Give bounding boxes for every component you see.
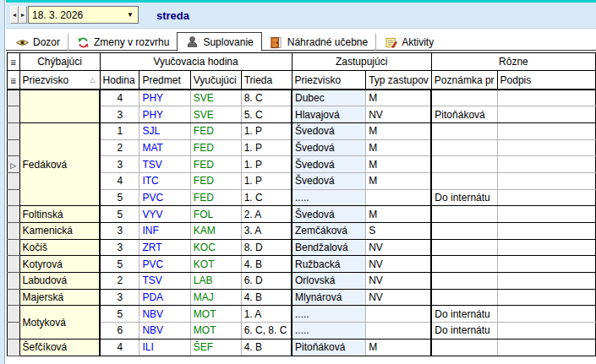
cell-podpis[interactable] xyxy=(497,223,595,240)
cell-predmet[interactable]: SJL xyxy=(139,122,190,139)
cell-zastupujuci[interactable]: Hlavajová xyxy=(292,106,366,123)
cell-hodina[interactable]: 5 xyxy=(100,206,139,223)
cell-podpis[interactable] xyxy=(497,106,595,123)
cell-typ-zastupovania[interactable]: M xyxy=(366,122,432,139)
cell-vyucujuci[interactable]: KOT xyxy=(190,256,241,273)
cell-typ-zastupovania[interactable]: NV xyxy=(366,289,432,306)
cell-typ-zastupovania[interactable]: NV xyxy=(366,239,432,256)
cell-poznamka[interactable]: Do internátu xyxy=(431,306,497,323)
previous-day-button[interactable]: ◂ xyxy=(10,6,19,24)
cell-vyucujuci[interactable]: MOT xyxy=(190,306,241,323)
cell-typ-zastupovania[interactable]: M xyxy=(366,90,432,106)
cell-predmet[interactable]: TSV xyxy=(139,156,190,173)
cell-predmet[interactable]: PVC xyxy=(139,256,190,273)
column-header[interactable]: Poznámka pr xyxy=(431,71,497,90)
cell-poznamka[interactable] xyxy=(431,339,497,356)
cell-predmet[interactable]: INF xyxy=(139,223,190,240)
cell-chybajuci-priezvisko[interactable]: Kočiš xyxy=(19,239,100,256)
cell-typ-zastupovania[interactable]: M xyxy=(366,172,432,189)
cell-poznamka[interactable] xyxy=(431,256,497,273)
cell-podpis[interactable] xyxy=(497,339,595,356)
cell-trieda[interactable]: 5. C xyxy=(241,106,292,123)
cell-typ-zastupovania[interactable]: M xyxy=(366,206,432,223)
cell-vyucujuci[interactable]: SVE xyxy=(190,106,241,123)
cell-predmet[interactable]: ITC xyxy=(139,172,190,189)
row-selector-cell[interactable] xyxy=(8,339,20,356)
cell-podpis[interactable] xyxy=(497,172,595,189)
row-selector-cell[interactable] xyxy=(8,273,20,290)
cell-poznamka[interactable] xyxy=(431,273,497,290)
cell-zastupujuci[interactable]: Švedová xyxy=(292,172,366,189)
column-header[interactable]: Priezvisko xyxy=(292,71,366,90)
cell-predmet[interactable]: TSV xyxy=(139,273,190,290)
cell-vyucujuci[interactable]: MOT xyxy=(190,323,241,340)
cell-chybajuci-priezvisko[interactable]: Fedáková xyxy=(19,122,100,205)
cell-zastupujuci[interactable]: Pitoňáková xyxy=(292,339,366,356)
cell-poznamka[interactable] xyxy=(431,206,497,223)
cell-predmet[interactable]: NBV xyxy=(139,323,190,340)
cell-vyucujuci[interactable]: FED xyxy=(190,172,241,189)
cell-hodina[interactable]: 6 xyxy=(100,323,139,340)
cell-podpis[interactable] xyxy=(497,273,595,290)
cell-podpis[interactable] xyxy=(497,122,595,139)
row-selector-cell[interactable] xyxy=(8,122,20,139)
row-selector-header[interactable]: ≣ xyxy=(8,53,20,71)
cell-predmet[interactable]: NBV xyxy=(139,306,190,323)
column-header[interactable]: Trieda xyxy=(241,71,292,90)
cell-zastupujuci[interactable]: Zemčáková xyxy=(292,223,366,240)
cell-typ-zastupovania[interactable]: M xyxy=(366,339,432,356)
tab-dozor[interactable]: Dozor xyxy=(8,34,68,51)
cell-predmet[interactable]: PHY xyxy=(139,106,190,123)
cell-podpis[interactable] xyxy=(497,306,595,323)
cell-hodina[interactable]: 3 xyxy=(100,289,139,306)
cell-poznamka[interactable] xyxy=(431,289,497,306)
chevron-down-icon[interactable]: ▼ xyxy=(123,11,138,19)
cell-trieda[interactable]: 1. P xyxy=(241,139,292,156)
cell-typ-zastupovania[interactable]: S xyxy=(366,223,432,240)
cell-zastupujuci[interactable]: Orlovská xyxy=(292,273,366,290)
column-header[interactable]: Priezvisko△ xyxy=(19,71,100,90)
cell-trieda[interactable]: 1. P xyxy=(241,156,292,173)
cell-trieda[interactable]: 6. C, 8. C xyxy=(241,323,292,340)
cell-hodina[interactable]: 2 xyxy=(100,139,139,156)
cell-chybajuci-priezvisko[interactable] xyxy=(19,90,100,122)
row-selector-cell[interactable] xyxy=(8,289,20,306)
cell-vyucujuci[interactable]: KOC xyxy=(190,239,241,256)
cell-trieda[interactable]: 2. A xyxy=(241,206,292,223)
cell-poznamka[interactable] xyxy=(431,172,497,189)
row-selector-cell[interactable] xyxy=(8,323,20,340)
cell-poznamka[interactable]: Do internátu xyxy=(431,189,497,206)
tab-náhradné-učebne[interactable]: Náhradné učebne xyxy=(262,34,375,51)
cell-vyucujuci[interactable]: FED xyxy=(190,156,241,173)
cell-predmet[interactable]: ZRT xyxy=(139,239,190,256)
cell-vyucujuci[interactable]: FED xyxy=(190,189,241,206)
cell-chybajuci-priezvisko[interactable]: Majerská xyxy=(19,289,100,306)
cell-chybajuci-priezvisko[interactable]: Kotyrová xyxy=(19,256,100,273)
cell-poznamka[interactable] xyxy=(431,223,497,240)
cell-typ-zastupovania[interactable]: M xyxy=(366,156,432,173)
cell-zastupujuci[interactable]: ..... xyxy=(292,306,366,323)
cell-hodina[interactable]: 3 xyxy=(100,156,139,173)
cell-typ-zastupovania[interactable]: NV xyxy=(366,106,432,123)
cell-typ-zastupovania[interactable] xyxy=(366,323,432,340)
cell-predmet[interactable]: PVC xyxy=(139,189,190,206)
cell-podpis[interactable] xyxy=(497,90,595,106)
cell-vyucujuci[interactable]: FOL xyxy=(190,206,241,223)
cell-hodina[interactable]: 5 xyxy=(100,189,139,206)
cell-trieda[interactable]: 3. A xyxy=(241,223,292,240)
cell-podpis[interactable] xyxy=(497,239,595,256)
cell-podpis[interactable] xyxy=(497,256,595,273)
cell-poznamka[interactable] xyxy=(431,156,497,173)
cell-chybajuci-priezvisko[interactable]: Labudová xyxy=(19,273,100,290)
cell-poznamka[interactable]: Pitoňáková xyxy=(431,106,497,123)
column-header[interactable]: Vyučujúci xyxy=(190,71,241,90)
column-header[interactable]: Hodina xyxy=(100,71,139,90)
cell-typ-zastupovania[interactable] xyxy=(366,306,432,323)
cell-vyucujuci[interactable]: SVE xyxy=(190,90,241,106)
cell-predmet[interactable]: VYV xyxy=(139,206,190,223)
column-header[interactable]: Podpis xyxy=(497,71,595,90)
cell-zastupujuci[interactable]: Mlynárová xyxy=(292,289,366,306)
cell-vyucujuci[interactable]: KAM xyxy=(190,223,241,240)
cell-hodina[interactable]: 5 xyxy=(100,306,139,323)
cell-hodina[interactable]: 2 xyxy=(100,273,139,290)
